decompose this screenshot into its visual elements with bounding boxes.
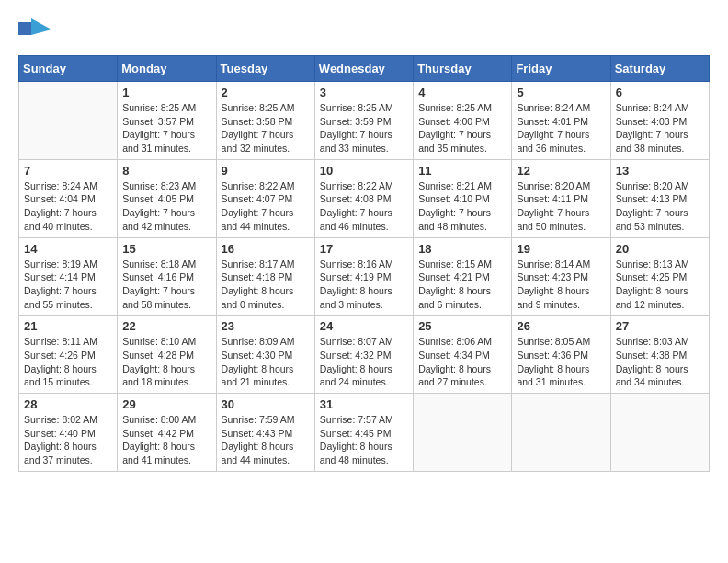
day-number: 18 — [418, 242, 506, 256]
day-info: Sunrise: 8:25 AMSunset: 3:57 PMDaylight:… — [122, 101, 210, 155]
weekday-header-friday: Friday — [512, 56, 610, 82]
day-number: 4 — [418, 86, 506, 99]
weekday-header-saturday: Saturday — [610, 56, 709, 82]
weekday-header-wednesday: Wednesday — [314, 56, 413, 82]
svg-marker-1 — [31, 18, 51, 35]
day-cell: 20 Sunrise: 8:13 AMSunset: 4:25 PMDaylig… — [610, 237, 709, 316]
day-info: Sunrise: 7:57 AMSunset: 4:45 PMDaylight:… — [320, 413, 408, 467]
weekday-header-sunday: Sunday — [19, 56, 118, 82]
day-number: 31 — [320, 397, 408, 411]
day-number: 30 — [222, 397, 310, 411]
day-info: Sunrise: 8:22 AMSunset: 4:07 PMDaylight:… — [222, 179, 310, 234]
day-info: Sunrise: 8:25 AMSunset: 3:59 PMDaylight:… — [320, 101, 408, 155]
day-info: Sunrise: 8:23 AMSunset: 4:05 PMDaylight:… — [122, 179, 210, 234]
weekday-header-tuesday: Tuesday — [216, 56, 314, 82]
day-info: Sunrise: 8:21 AMSunset: 4:10 PMDaylight:… — [418, 179, 506, 234]
page-header — [18, 18, 710, 46]
day-cell: 9 Sunrise: 8:22 AMSunset: 4:07 PMDayligh… — [216, 159, 314, 237]
day-cell: 16 Sunrise: 8:17 AMSunset: 4:18 PMDaylig… — [216, 237, 314, 316]
week-row-4: 21 Sunrise: 8:11 AMSunset: 4:26 PMDaylig… — [19, 316, 710, 394]
day-number: 9 — [222, 164, 310, 178]
day-number: 7 — [24, 164, 112, 178]
day-cell: 27 Sunrise: 8:03 AMSunset: 4:38 PMDaylig… — [610, 316, 709, 394]
day-info: Sunrise: 8:00 AMSunset: 4:42 PMDaylight:… — [122, 413, 210, 467]
day-number: 12 — [517, 164, 605, 178]
day-cell: 25 Sunrise: 8:06 AMSunset: 4:34 PMDaylig… — [414, 316, 512, 394]
day-info: Sunrise: 8:15 AMSunset: 4:21 PMDaylight:… — [418, 258, 506, 312]
day-cell: 24 Sunrise: 8:07 AMSunset: 4:32 PMDaylig… — [314, 316, 413, 394]
day-info: Sunrise: 8:25 AMSunset: 4:00 PMDaylight:… — [418, 101, 506, 155]
logo-icon — [18, 18, 51, 46]
day-cell: 19 Sunrise: 8:14 AMSunset: 4:23 PMDaylig… — [512, 237, 610, 316]
day-cell: 23 Sunrise: 8:09 AMSunset: 4:30 PMDaylig… — [216, 316, 314, 394]
day-cell: 29 Sunrise: 8:00 AMSunset: 4:42 PMDaylig… — [118, 394, 216, 472]
day-number: 21 — [24, 319, 112, 333]
weekday-header-monday: Monday — [118, 56, 216, 82]
day-info: Sunrise: 8:07 AMSunset: 4:32 PMDaylight:… — [320, 335, 408, 389]
day-number: 24 — [320, 319, 408, 333]
day-cell: 7 Sunrise: 8:24 AMSunset: 4:04 PMDayligh… — [19, 159, 118, 237]
day-cell: 14 Sunrise: 8:19 AMSunset: 4:14 PMDaylig… — [19, 237, 118, 316]
day-cell: 31 Sunrise: 7:57 AMSunset: 4:45 PMDaylig… — [314, 394, 413, 472]
day-cell: 30 Sunrise: 7:59 AMSunset: 4:43 PMDaylig… — [216, 394, 314, 472]
day-info: Sunrise: 8:24 AMSunset: 4:03 PMDaylight:… — [616, 101, 704, 155]
day-cell: 21 Sunrise: 8:11 AMSunset: 4:26 PMDaylig… — [19, 316, 118, 394]
day-number: 10 — [320, 164, 408, 178]
week-row-3: 14 Sunrise: 8:19 AMSunset: 4:14 PMDaylig… — [19, 237, 710, 316]
day-info: Sunrise: 8:19 AMSunset: 4:14 PMDaylight:… — [24, 258, 112, 312]
day-info: Sunrise: 8:17 AMSunset: 4:18 PMDaylight:… — [222, 258, 310, 312]
day-number: 16 — [222, 242, 310, 256]
day-info: Sunrise: 8:24 AMSunset: 4:01 PMDaylight:… — [517, 101, 605, 155]
day-info: Sunrise: 8:13 AMSunset: 4:25 PMDaylight:… — [616, 258, 704, 312]
day-number: 2 — [222, 86, 310, 99]
day-cell: 18 Sunrise: 8:15 AMSunset: 4:21 PMDaylig… — [414, 237, 512, 316]
day-cell: 13 Sunrise: 8:20 AMSunset: 4:13 PMDaylig… — [610, 159, 709, 237]
day-number: 11 — [418, 164, 506, 178]
day-number: 28 — [24, 397, 112, 411]
day-info: Sunrise: 8:06 AMSunset: 4:34 PMDaylight:… — [418, 335, 506, 389]
svg-rect-0 — [18, 22, 31, 35]
day-cell: 22 Sunrise: 8:10 AMSunset: 4:28 PMDaylig… — [118, 316, 216, 394]
day-info: Sunrise: 8:11 AMSunset: 4:26 PMDaylight:… — [24, 335, 112, 389]
day-cell: 5 Sunrise: 8:24 AMSunset: 4:01 PMDayligh… — [512, 82, 610, 160]
day-cell — [610, 394, 709, 472]
day-cell: 12 Sunrise: 8:20 AMSunset: 4:11 PMDaylig… — [512, 159, 610, 237]
day-number: 5 — [517, 86, 605, 99]
week-row-5: 28 Sunrise: 8:02 AMSunset: 4:40 PMDaylig… — [19, 394, 710, 472]
day-number: 23 — [222, 319, 310, 333]
day-info: Sunrise: 8:16 AMSunset: 4:19 PMDaylight:… — [320, 258, 408, 312]
day-cell: 15 Sunrise: 8:18 AMSunset: 4:16 PMDaylig… — [118, 237, 216, 316]
day-number: 15 — [122, 242, 210, 256]
day-info: Sunrise: 8:25 AMSunset: 3:58 PMDaylight:… — [222, 101, 310, 155]
day-info: Sunrise: 8:10 AMSunset: 4:28 PMDaylight:… — [122, 335, 210, 389]
day-cell: 4 Sunrise: 8:25 AMSunset: 4:00 PMDayligh… — [414, 82, 512, 160]
day-cell: 3 Sunrise: 8:25 AMSunset: 3:59 PMDayligh… — [314, 82, 413, 160]
day-number: 8 — [122, 164, 210, 178]
day-info: Sunrise: 8:09 AMSunset: 4:30 PMDaylight:… — [222, 335, 310, 389]
logo — [18, 18, 55, 46]
day-number: 29 — [122, 397, 210, 411]
day-number: 1 — [122, 86, 210, 99]
day-info: Sunrise: 8:05 AMSunset: 4:36 PMDaylight:… — [517, 335, 605, 389]
day-info: Sunrise: 8:22 AMSunset: 4:08 PMDaylight:… — [320, 179, 408, 234]
day-cell: 1 Sunrise: 8:25 AMSunset: 3:57 PMDayligh… — [118, 82, 216, 160]
day-cell: 17 Sunrise: 8:16 AMSunset: 4:19 PMDaylig… — [314, 237, 413, 316]
day-number: 27 — [616, 319, 704, 333]
calendar-table: SundayMondayTuesdayWednesdayThursdayFrid… — [18, 55, 710, 472]
day-number: 25 — [418, 319, 506, 333]
day-cell: 8 Sunrise: 8:23 AMSunset: 4:05 PMDayligh… — [118, 159, 216, 237]
day-number: 14 — [24, 242, 112, 256]
day-number: 20 — [616, 242, 704, 256]
weekday-header-thursday: Thursday — [414, 56, 512, 82]
day-number: 17 — [320, 242, 408, 256]
day-number: 13 — [616, 164, 704, 178]
day-info: Sunrise: 8:20 AMSunset: 4:11 PMDaylight:… — [517, 179, 605, 234]
day-info: Sunrise: 7:59 AMSunset: 4:43 PMDaylight:… — [222, 413, 310, 467]
day-cell: 6 Sunrise: 8:24 AMSunset: 4:03 PMDayligh… — [610, 82, 709, 160]
day-cell — [414, 394, 512, 472]
day-cell — [19, 82, 118, 160]
day-info: Sunrise: 8:14 AMSunset: 4:23 PMDaylight:… — [517, 258, 605, 312]
day-cell: 10 Sunrise: 8:22 AMSunset: 4:08 PMDaylig… — [314, 159, 413, 237]
day-cell: 26 Sunrise: 8:05 AMSunset: 4:36 PMDaylig… — [512, 316, 610, 394]
weekday-header-row: SundayMondayTuesdayWednesdayThursdayFrid… — [19, 56, 710, 82]
